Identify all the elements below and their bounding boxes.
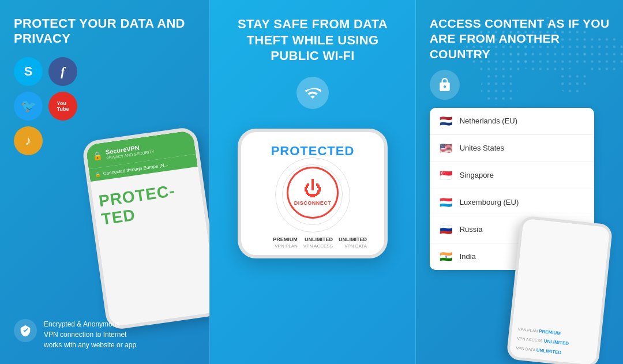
bottom-description: Encrypted & Anonymous VPN connection to … — [44, 319, 136, 350]
phone-mockup-2: PROTECTED ⏻ DISCONNECT PREMIUM VPN Plan … — [238, 129, 388, 259]
us-flag: 🇺🇸 — [438, 140, 454, 156]
vpn-plan-3: VPN Plan — [518, 327, 538, 333]
svg-point-3 — [505, 17, 591, 73]
twitter-icon: 🐦 — [14, 92, 43, 121]
panel-safe: STAY SAFE FROM DATA THEFT WHILE USING PU… — [209, 0, 415, 364]
country-item-us[interactable]: 🇺🇸 Unites States — [430, 135, 594, 162]
phone-stats: PREMIUM VPN Plan Unlimited VPN Access Un… — [253, 236, 373, 250]
vpn-data-label: VPN Data — [344, 243, 367, 249]
music-icon: ♪ — [14, 126, 43, 155]
skype-icon: S — [14, 57, 43, 86]
facebook-icon: f — [48, 57, 77, 86]
us-name: Unites States — [460, 144, 504, 152]
vpn-access-label: VPN Access — [303, 243, 333, 249]
india-flag: 🇮🇳 — [438, 249, 454, 265]
vpn-access-3: VPN Access — [517, 336, 543, 343]
shield-icon — [14, 319, 37, 342]
vpn-plan-value: PREMIUM — [273, 236, 298, 243]
vpn-access-value: Unlimited — [305, 236, 333, 243]
phone-mockup-1: 🔒 SecureVPN PRIVACY AND SECURITY 🔒 Conne… — [94, 133, 209, 329]
panel-1-bottom: Encrypted & Anonymous VPN connection to … — [14, 319, 136, 350]
luxembourg-name: Luxembourg (EU) — [460, 198, 519, 207]
country-item-luxembourg[interactable]: 🇱🇺 Luxembourg (EU) — [430, 189, 594, 216]
vpn-data-value: Unlimited — [339, 236, 367, 243]
singapore-name: Singapore — [460, 171, 494, 179]
country-item-singapore[interactable]: 🇸🇬 Singapore — [430, 162, 594, 189]
youtube-icon: YouTube — [48, 92, 77, 121]
phone-mockup-3: VPN Plan PREMIUM VPN Access unlimited VP… — [513, 220, 611, 364]
status-lock-icon: 🔒 — [92, 151, 103, 161]
singapore-flag: 🇸🇬 — [438, 167, 454, 183]
vpn-data-3: VPN Data — [516, 346, 535, 351]
social-icons-group: S f 🐦 YouTube ♪ — [14, 57, 95, 155]
russia-name: Russia — [460, 225, 483, 234]
protected-label: PROTECTED — [271, 144, 355, 159]
panel-2-title: STAY SAFE FROM DATA THEFT WHILE USING PU… — [222, 16, 403, 64]
wifi-icon — [297, 77, 329, 109]
panel-1-title: PROTECT YOUR DATA AND PRIVACY — [14, 16, 196, 47]
russia-flag: 🇷🇺 — [438, 222, 454, 238]
luxembourg-flag: 🇱🇺 — [438, 194, 454, 211]
vpn-plan-label: VPN Plan — [275, 243, 298, 249]
panel-access: ACCESS CONTENT AS IF YOU ARE FROM ANOTHE… — [416, 0, 623, 364]
india-name: India — [460, 252, 476, 261]
panel-protect: PROTECT YOUR DATA AND PRIVACY S f 🐦 YouT… — [0, 0, 209, 364]
world-map-dots — [450, 6, 623, 121]
svg-point-2 — [481, 71, 517, 106]
svg-point-4 — [558, 70, 588, 95]
